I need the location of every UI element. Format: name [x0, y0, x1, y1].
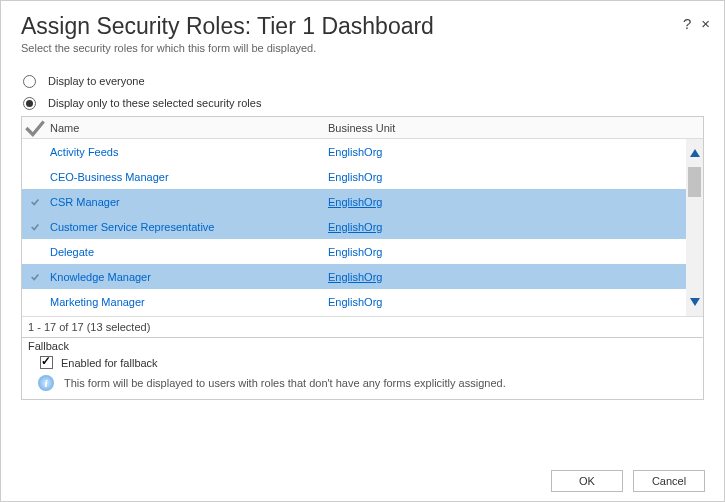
- column-header-business-unit[interactable]: Business Unit: [328, 122, 703, 134]
- svg-marker-0: [690, 149, 700, 157]
- scroll-up-icon[interactable]: [686, 139, 703, 167]
- svg-marker-1: [690, 298, 700, 306]
- ok-button[interactable]: OK: [551, 470, 623, 492]
- fallback-enabled-label: Enabled for fallback: [61, 357, 158, 369]
- table-row[interactable]: Marketing Manager EnglishOrg: [22, 289, 703, 314]
- business-unit-link[interactable]: EnglishOrg: [328, 196, 703, 208]
- pager-text: 1 - 17 of 17 (13 selected): [22, 316, 703, 337]
- radio-icon[interactable]: [23, 75, 36, 88]
- business-unit-link[interactable]: EnglishOrg: [328, 221, 703, 233]
- table-row[interactable]: Customer Service Representative EnglishO…: [22, 214, 703, 239]
- scrollbar[interactable]: [686, 139, 703, 316]
- fallback-header: Fallback: [28, 340, 697, 352]
- role-name-link[interactable]: CSR Manager: [48, 196, 328, 208]
- roles-grid: Name Business Unit Activity Feeds Englis…: [21, 116, 704, 338]
- table-row[interactable]: CEO-Business Manager EnglishOrg: [22, 164, 703, 189]
- column-header-name[interactable]: Name: [48, 122, 328, 134]
- dialog-title: Assign Security Roles: Tier 1 Dashboard: [21, 13, 704, 40]
- display-selected-label: Display only to these selected security …: [48, 97, 261, 109]
- fallback-checkbox[interactable]: [40, 356, 53, 369]
- help-icon[interactable]: ?: [683, 15, 691, 32]
- role-name-link[interactable]: Knowledge Manager: [48, 271, 328, 283]
- role-name-link[interactable]: Customer Service Representative: [48, 221, 328, 233]
- display-everyone-label: Display to everyone: [48, 75, 145, 87]
- row-check-icon[interactable]: [22, 222, 48, 232]
- role-name-link[interactable]: CEO-Business Manager: [48, 171, 328, 183]
- business-unit-link[interactable]: EnglishOrg: [328, 271, 703, 283]
- select-all-checkbox[interactable]: [22, 115, 48, 141]
- table-row[interactable]: CSR Manager EnglishOrg: [22, 189, 703, 214]
- fallback-section: Fallback Enabled for fallback i This for…: [21, 338, 704, 400]
- table-row[interactable]: Activity Feeds EnglishOrg: [22, 139, 703, 164]
- display-selected-option[interactable]: Display only to these selected security …: [21, 92, 704, 114]
- dialog-subtitle: Select the security roles for which this…: [21, 42, 704, 54]
- role-name-link[interactable]: Activity Feeds: [48, 146, 328, 158]
- business-unit-link[interactable]: EnglishOrg: [328, 171, 703, 183]
- close-icon[interactable]: ×: [701, 15, 710, 32]
- business-unit-link[interactable]: EnglishOrg: [328, 246, 703, 258]
- business-unit-link[interactable]: EnglishOrg: [328, 296, 703, 308]
- display-everyone-option[interactable]: Display to everyone: [21, 70, 704, 92]
- fallback-info-text: This form will be displayed to users wit…: [64, 377, 506, 389]
- table-row[interactable]: Knowledge Manager EnglishOrg: [22, 264, 703, 289]
- table-row[interactable]: Delegate EnglishOrg: [22, 239, 703, 264]
- row-check-icon[interactable]: [22, 272, 48, 282]
- scroll-down-icon[interactable]: [686, 288, 703, 316]
- cancel-button[interactable]: Cancel: [633, 470, 705, 492]
- info-icon: i: [38, 375, 54, 391]
- radio-icon[interactable]: [23, 97, 36, 110]
- role-name-link[interactable]: Delegate: [48, 246, 328, 258]
- grid-header: Name Business Unit: [22, 117, 703, 139]
- scroll-thumb[interactable]: [688, 167, 701, 197]
- role-name-link[interactable]: Marketing Manager: [48, 296, 328, 308]
- business-unit-link[interactable]: EnglishOrg: [328, 146, 703, 158]
- row-check-icon[interactable]: [22, 197, 48, 207]
